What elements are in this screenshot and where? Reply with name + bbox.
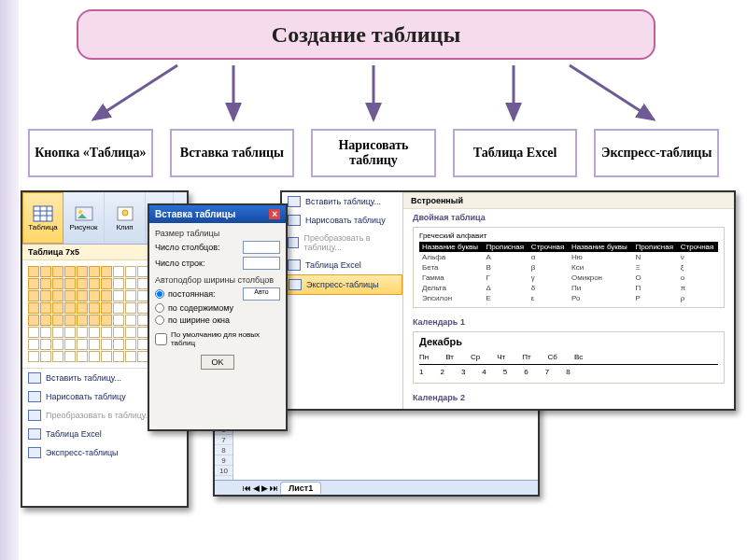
grid-cell[interactable] [52,278,63,289]
grid-cell[interactable] [101,327,112,338]
grid-cell[interactable] [52,315,63,326]
default-checkbox[interactable] [155,333,167,345]
grid-cell[interactable] [77,302,88,314]
grid-cell[interactable] [40,290,51,301]
menu-item[interactable]: Нарисовать таблицу [282,211,402,230]
grid-cell[interactable] [125,315,136,326]
option-express-tables[interactable]: Экспресс-таблицы [594,129,719,177]
grid-cell[interactable] [89,315,100,326]
grid-cell[interactable] [77,266,88,277]
option-excel-table[interactable]: Таблица Excel [453,129,578,177]
grid-cell[interactable] [28,290,39,301]
radio-fixed[interactable] [155,289,164,299]
grid-cell[interactable] [101,290,112,301]
grid-cell[interactable] [125,327,136,338]
menu-item[interactable]: Экспресс-таблицы [282,274,402,295]
grid-cell[interactable] [40,302,51,314]
menu-item[interactable]: Таблица Excel [282,256,402,274]
grid-cell[interactable] [64,315,76,326]
grid-cell[interactable] [28,278,39,289]
grid-cell[interactable] [113,290,124,301]
nav-next-icon[interactable]: ▶ [261,483,268,493]
grid-cell[interactable] [125,290,136,301]
sheet-tab[interactable]: Лист1 [280,482,321,494]
row-header[interactable]: 7 [215,435,233,445]
grid-cell[interactable] [77,290,88,301]
radio-window[interactable] [155,315,164,325]
grid-cell[interactable] [89,302,100,314]
grid-cell[interactable] [40,278,51,289]
ribbon-btn-table[interactable]: Таблица [22,192,63,244]
grid-cell[interactable] [40,351,51,362]
grid-cell[interactable] [77,278,88,289]
grid-cell[interactable] [101,266,112,277]
grid-cell[interactable] [113,339,124,350]
cols-input[interactable] [243,241,280,254]
ribbon-btn-clip[interactable]: Клип [105,192,146,244]
grid-cell[interactable] [113,266,124,277]
grid-cell[interactable] [28,351,39,362]
thumb-double-table[interactable]: Греческий алфавит Название буквыПрописна… [413,227,725,308]
option-draw-table[interactable]: Нарисовать таблицу [311,129,436,177]
thumb-calendar1[interactable]: Декабрь ПнВтСрЧтПтСбВс 12345678 [413,331,725,384]
radio-content[interactable] [155,303,164,313]
grid-cell[interactable] [40,327,51,338]
grid-cell[interactable] [52,266,63,277]
grid-cell[interactable] [64,302,76,314]
grid-cell[interactable] [89,290,100,301]
grid-cell[interactable] [64,266,76,277]
rows-input[interactable] [243,257,280,270]
grid-cell[interactable] [77,351,88,362]
option-table-button[interactable]: Кнопка «Таблица» [28,129,153,177]
grid-cell[interactable] [101,315,112,326]
nav-last-icon[interactable]: ⏭ [270,483,278,493]
grid-cell[interactable] [28,339,39,350]
grid-cell[interactable] [101,302,112,314]
row-header[interactable]: 9 [215,455,233,466]
grid-cell[interactable] [64,351,76,362]
grid-cell[interactable] [113,327,124,338]
grid-cell[interactable] [28,327,39,338]
grid-cell[interactable] [113,351,124,362]
grid-cell[interactable] [89,351,100,362]
grid-cell[interactable] [89,327,100,338]
grid-cell[interactable] [125,266,136,277]
grid-cell[interactable] [101,278,112,289]
grid-cell[interactable] [52,339,63,350]
grid-cell[interactable] [40,266,51,277]
menu-item[interactable]: Экспресс-таблицы [22,443,187,462]
nav-first-icon[interactable]: ⏮ [243,483,251,493]
grid-cell[interactable] [77,327,88,338]
nav-prev-icon[interactable]: ◀ [253,483,260,493]
grid-cell[interactable] [113,315,124,326]
grid-cell[interactable] [113,278,124,289]
fixed-width-input[interactable]: Авто [243,287,280,301]
option-insert-table[interactable]: Вставка таблицы [170,129,295,177]
grid-cell[interactable] [89,266,100,277]
grid-cell[interactable] [64,339,76,350]
grid-cell[interactable] [52,290,63,301]
grid-cell[interactable] [89,278,100,289]
row-header[interactable]: 8 [215,445,233,455]
grid-cell[interactable] [28,266,39,277]
grid-cell[interactable] [101,339,112,350]
grid-cell[interactable] [77,315,88,326]
grid-cell[interactable] [28,315,39,326]
grid-cell[interactable] [125,278,136,289]
grid-cell[interactable] [40,315,51,326]
grid-cell[interactable] [89,339,100,350]
grid-cell[interactable] [125,351,136,362]
grid-cell[interactable] [64,278,76,289]
grid-cell[interactable] [64,290,76,301]
grid-cell[interactable] [40,339,51,350]
grid-cell[interactable] [52,351,63,362]
close-icon[interactable]: × [269,209,280,219]
grid-cell[interactable] [28,302,39,314]
grid-cell[interactable] [77,339,88,350]
menu-item[interactable]: Вставить таблицу... [282,192,402,211]
grid-cell[interactable] [125,302,136,314]
grid-cell[interactable] [125,339,136,350]
row-header[interactable]: 10 [215,466,233,476]
grid-cell[interactable] [52,302,63,314]
ok-button[interactable]: OK [201,355,233,370]
